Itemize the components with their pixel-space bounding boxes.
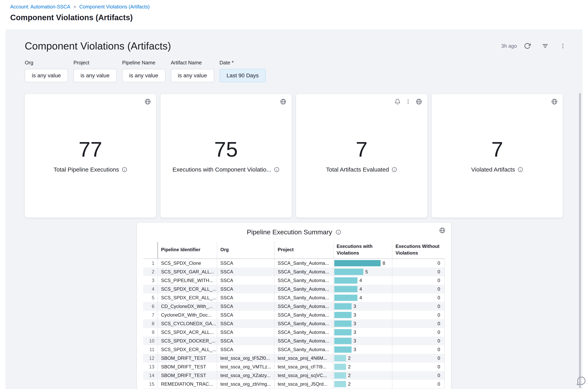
filter-label: Date * [220,60,266,66]
breadcrumb-current-link[interactable]: Component Violations (Artifacts) [79,4,150,10]
table-row: 12SBOM_DRIFT_TESTtest_ssca_org_tF5Zf0...… [143,354,445,362]
violations-bar [334,381,346,387]
pipeline-identifier-cell: SCS_SPDX_DOCKER_... [158,337,217,345]
filter-value-button[interactable]: is any value [25,69,68,82]
refresh-icon [524,43,531,49]
tile-globe-icon[interactable] [280,98,286,105]
filter-value-button[interactable]: is any value [171,69,214,82]
row-number: 15 [143,380,158,389]
breadcrumb-account-link[interactable]: Account: Automation-SSCA [10,4,70,10]
violations-bar [334,312,351,318]
table-row: 3SCS_PIPELINE_WITH...SSCASSCA_Sanity_Aut… [143,276,445,285]
violations-count: 8 [382,260,385,266]
executions-without-violations-cell: 0 [392,285,445,293]
info-icon[interactable] [518,167,523,172]
alert-bell-icon[interactable] [394,98,401,105]
row-number: 5 [143,293,158,302]
refresh-button[interactable] [523,42,531,50]
pipeline-identifier-cell: SBOM_DRIFT_TEST [158,362,217,371]
filter-value-button[interactable]: Last 90 Days [220,69,266,82]
project-cell: SSCA_Sanity_Automa... [274,311,333,319]
page: Account: Automation-SSCA > Component Vio… [0,0,588,30]
executions-with-violations-cell: 2 [333,362,392,371]
violations-count: 4 [359,278,362,283]
filter-button[interactable] [541,42,550,50]
tile-globe-icon[interactable] [551,98,558,105]
org-cell: SSCA [217,285,274,293]
breadcrumb: Account: Automation-SSCA > Component Vio… [10,4,578,10]
column-header-org[interactable]: Org [217,242,274,259]
org-cell: test_ssca_org_tF5Zf0... [217,354,274,362]
project-cell: test_ssca_proj_J5Qrd... [274,380,333,389]
violations-count: 3 [353,338,356,344]
row-number: 1 [143,259,158,267]
row-number: 2 [143,267,158,276]
stat-value: 7 [356,139,367,160]
violations-count: 4 [359,295,362,300]
column-header-pipeline-identifier[interactable]: Pipeline Identifier [158,242,217,259]
executions-with-violations-cell: 8 [333,259,392,267]
filter-value-button[interactable]: is any value [73,69,117,82]
kebab-menu-icon [560,43,566,49]
table-row: 11SCS_SPDX_ECR_ALL_...SSCASSCA_Sanity_Au… [143,345,445,354]
stat-cards-row: 77Total Pipeline Executions75Executions … [25,94,563,218]
table-title-row: Pipeline Execution Summary [143,228,445,236]
row-number: 10 [143,337,158,345]
filter-group: Pipeline Nameis any value [122,60,165,82]
info-icon[interactable] [392,167,397,172]
row-number: 4 [143,285,158,293]
stat-card: 77Total Pipeline Executions [25,94,156,218]
table-row: 1SCS_SPDX_CloneSSCASSCA_Sanity_Automa...… [143,259,445,267]
row-number: 11 [143,345,158,354]
violations-count: 5 [365,269,368,275]
executions-with-violations-cell: 2 [333,354,392,362]
column-header-project[interactable]: Project [274,242,333,259]
info-icon[interactable] [336,229,341,235]
row-number: 14 [143,371,158,380]
table-row: 6CD_CycloneDX_With_...SSCASSCA_Sanity_Au… [143,302,445,311]
pipeline-identifier-cell: SCS_SPDX_Clone [158,259,217,267]
executions-without-violations-cell: 0 [392,371,445,380]
executions-without-violations-cell: 0 [392,276,445,285]
violations-count: 4 [359,286,362,292]
stat-card: 7Total Artifacts Evaluated [296,94,427,218]
executions-with-violations-cell: 3 [333,302,392,311]
project-cell: SSCA_Sanity_Automa... [274,319,333,328]
tile-globe-icon[interactable] [439,227,446,234]
last-refreshed-label: 3h ago [501,43,517,49]
violations-count: 3 [353,312,356,318]
tile-globe-icon[interactable] [415,98,422,105]
filter-value-button[interactable]: is any value [122,69,165,82]
tile-globe-icon[interactable] [144,98,151,105]
project-cell: test_ssca_proj_cF7I9... [274,362,333,371]
column-header-executions-without-violations[interactable]: Executions Without Violations [392,242,445,259]
card-icons [144,98,151,105]
column-header-executions-with-violations[interactable]: Executions with Violations [333,242,392,259]
violations-count: 2 [348,373,350,378]
violations-bar [334,338,351,344]
pipeline-identifier-cell: SCS_PIPELINE_WITH... [158,276,217,285]
project-cell: SSCA_Sanity_Automa... [274,328,333,337]
pipeline-identifier-cell: SBOM_DRIFT_TEST [158,354,217,362]
executions-with-violations-cell: 2 [333,380,392,389]
executions-with-violations-cell: 3 [333,319,392,328]
stat-value: 75 [214,139,238,160]
violations-count: 3 [353,321,356,326]
page-scrollbar[interactable] [579,93,581,388]
row-number: 13 [143,362,158,371]
more-options-button[interactable] [559,42,567,50]
table-row: 9SCS_SPDX_ACR_ALL...SSCASSCA_Sanity_Auto… [143,328,445,337]
stat-card: 75Executions with Component Violatio... [160,94,292,218]
pipeline-identifier-cell: SBOM_DRIFT_TEST [158,371,217,380]
violations-bar [334,269,363,275]
executions-without-violations-cell: 0 [392,293,445,302]
org-cell: SSCA [217,293,274,302]
executions-with-violations-cell: 3 [333,345,392,354]
info-icon[interactable] [274,167,279,172]
project-cell: SSCA_Sanity_Automa... [274,337,333,345]
help-chat-button[interactable] [576,376,587,386]
kebab-menu-icon[interactable] [405,98,411,105]
info-icon[interactable] [122,167,127,172]
violations-bar [334,364,346,370]
pipeline-identifier-cell: SCS_CYCLONEDX_GA... [158,319,217,328]
